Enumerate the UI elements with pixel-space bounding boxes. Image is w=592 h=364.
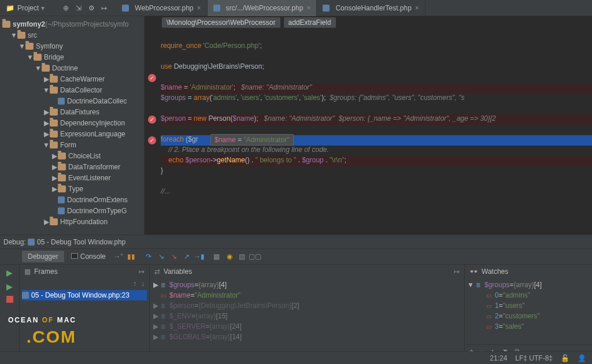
watch-row[interactable]: ▭0 = "admins"	[467, 290, 590, 300]
run-to-cursor-icon[interactable]: →▮	[194, 251, 205, 262]
tree-node[interactable]: ▶Type	[0, 183, 144, 194]
tab-1[interactable]: src/.../WebProcessor.php×	[208, 0, 317, 16]
main-area: symfony2 (~/PhpstormProjects/symfo ▼src▼…	[0, 16, 592, 235]
gear-icon[interactable]: ⚙	[86, 3, 97, 13]
tree-node[interactable]: ▼Form	[0, 139, 144, 150]
variable-row[interactable]: ▶≣$_SERVER = {array} [24]	[152, 321, 462, 332]
folder-icon	[17, 32, 25, 39]
variable-row[interactable]: ▶≣$GLOBALS = {array} [14]	[152, 332, 462, 342]
tab-console[interactable]: Console	[65, 251, 112, 262]
folder-icon	[50, 109, 58, 116]
php-file-icon	[58, 98, 65, 105]
php-file-icon	[213, 5, 220, 12]
watches-panel: 👓Watches ▼≣$groups = {array} [4]▭0 = "ad…	[465, 265, 592, 357]
project-sidebar: symfony2 (~/PhpstormProjects/symfo ▼src▼…	[0, 16, 145, 235]
tab-2[interactable]: ConsoleHandlerTest.php×	[317, 0, 425, 16]
folder-icon	[50, 120, 58, 127]
crumb-namespace[interactable]: \Monolog\Processor\WebProcessor	[162, 17, 280, 28]
folder-icon	[2, 21, 10, 28]
folder-icon	[50, 142, 58, 148]
watch-row[interactable]: ▭3 = "sales"	[467, 321, 590, 332]
hector-icon[interactable]: 👤	[578, 354, 586, 362]
php-file-icon	[28, 239, 35, 246]
close-icon[interactable]: ×	[415, 4, 419, 12]
code-editor[interactable]: \Monolog\Processor\WebProcessor addExtra…	[145, 16, 592, 235]
close-icon[interactable]: ×	[306, 4, 310, 12]
evaluate-icon[interactable]: ▦	[211, 251, 223, 262]
frame-up-icon[interactable]: ↑	[133, 280, 136, 288]
tree-node[interactable]: ▶DataTransformer	[0, 161, 144, 172]
watch-row[interactable]: ▭2 = "customers"	[467, 311, 590, 321]
editor-tabs: WebProcessor.php× src/.../WebProcessor.p…	[116, 0, 425, 16]
watch-row[interactable]: ▼≣$groups = {array} [4]	[467, 280, 590, 290]
folder-icon	[50, 218, 58, 225]
folder-icon	[58, 185, 66, 192]
watches-title: Watches	[482, 268, 508, 276]
frame-row[interactable]: 05 - Debug Tool Window.php:23	[22, 290, 147, 300]
tab-0[interactable]: WebProcessor.php×	[116, 0, 207, 16]
step-out-icon[interactable]: ↗	[181, 251, 193, 262]
frames-title: Frames	[34, 268, 58, 276]
lock-icon[interactable]: 🔓	[561, 354, 569, 362]
close-icon[interactable]: ×	[197, 4, 201, 12]
stop-icon[interactable]	[6, 296, 13, 303]
folder-icon	[58, 164, 66, 170]
tree-node[interactable]: ▼src	[0, 29, 144, 40]
tree-node[interactable]: ▶HttpFoundation	[0, 216, 144, 227]
collapse-icon[interactable]: ⇲	[73, 3, 84, 13]
rerun-icon[interactable]: ▶	[6, 282, 13, 291]
tree-node[interactable]: ▼DataCollector	[0, 84, 144, 95]
step-into-icon[interactable]: ↘	[156, 251, 167, 262]
copy-icon[interactable]: ▢▢	[249, 251, 261, 262]
tree-node[interactable]: DoctrineOrmExtens	[0, 194, 144, 205]
breakpoint-verified-icon[interactable]: ✓	[148, 74, 156, 82]
frames-icon[interactable]: ▮▮	[125, 251, 137, 262]
list-icon[interactable]: ▤	[236, 251, 248, 262]
project-label[interactable]: Project	[17, 4, 39, 12]
tree-node[interactable]: ▶ExpressionLanguage	[0, 128, 144, 139]
breakpoint-verified-icon[interactable]: ✓	[148, 116, 156, 124]
variable-row[interactable]: ▭$name = "Administrator"	[152, 290, 462, 300]
tree-node[interactable]: ▶DataFixtures	[0, 106, 144, 117]
project-dropdown[interactable]: 📁	[5, 3, 15, 13]
disc-icon[interactable]: ◉	[224, 251, 235, 262]
php-file-icon	[323, 5, 330, 12]
more-icon[interactable]: →"	[113, 251, 124, 262]
encoding[interactable]: LF‡ UTF-8‡	[515, 354, 553, 362]
tree-node[interactable]: ▼Doctrine	[0, 62, 144, 73]
php-file-icon	[58, 207, 65, 214]
step-over-icon[interactable]: ↷	[143, 251, 154, 262]
debug-toolwindow-header: Debug: 05 - Debug Tool Window.php	[0, 235, 592, 248]
target-icon[interactable]: ⊕	[61, 3, 71, 13]
variables-panel: ⇄Variables↦ ▶≣$groups = {array} [4]▭$nam…	[150, 265, 465, 357]
tree-node[interactable]: ▶CacheWarmer	[0, 73, 144, 84]
tab-debugger[interactable]: Debugger	[22, 251, 64, 262]
tree-node[interactable]: ▼Bridge	[0, 51, 144, 62]
watch-row[interactable]: ▭1 = "users"	[467, 300, 590, 311]
folder-icon	[50, 131, 58, 138]
variable-row[interactable]: ▶≣$_ENV = {array} [15]	[152, 311, 462, 321]
tree-root[interactable]: symfony2 (~/PhpstormProjects/symfo	[0, 18, 144, 29]
debug-file: 05 - Debug Tool Window.php	[37, 238, 125, 246]
frame-down-icon[interactable]: ↓	[141, 280, 145, 288]
tree-node[interactable]: ▶DependencyInjection	[0, 117, 144, 128]
breadcrumb: \Monolog\Processor\WebProcessor addExtra…	[145, 16, 592, 29]
variable-row[interactable]: ▶≣$groups = {array} [4]	[152, 280, 462, 290]
folder-icon	[50, 87, 58, 94]
tree-node[interactable]: ▶EventListener	[0, 172, 144, 183]
resume-icon[interactable]: ▶	[6, 268, 13, 277]
tree-node[interactable]: DoctrineOrmTypeG	[0, 205, 144, 216]
top-toolbar: 📁 Project ▾ ⊕ ⇲ ⚙ ↦ WebProcessor.php× sr…	[0, 0, 592, 16]
watermark-logo: OCEAN OF MAC .COM	[8, 304, 76, 347]
variable-row[interactable]: ▶≣$person = {Debugging\JetBrains\Person}…	[152, 300, 462, 311]
force-step-into-icon[interactable]: ↘	[168, 251, 180, 262]
code-lines: require_once 'Code/Person.php'; use Debu…	[161, 31, 592, 198]
crumb-method[interactable]: addExtraField	[284, 17, 336, 28]
tree-node[interactable]: ▼Symfony	[0, 40, 144, 51]
tree-node[interactable]: DoctrineDataCollec	[0, 95, 144, 106]
cursor-position: 21:24	[490, 354, 507, 362]
tree-node[interactable]: ▶ChoiceList	[0, 150, 144, 161]
inline-value-tooltip: $name = "Administrator"	[210, 134, 294, 146]
hide-icon[interactable]: ↦	[99, 3, 109, 13]
breakpoint-verified-icon[interactable]: ✓	[148, 136, 156, 144]
